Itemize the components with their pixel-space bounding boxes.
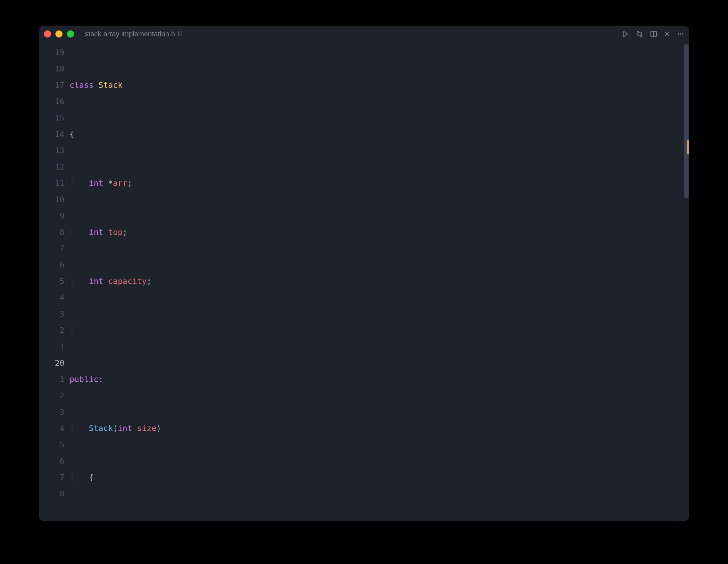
more-icon[interactable] (677, 30, 684, 37)
minimize-window-button[interactable] (55, 30, 62, 37)
code-line: class Stack (70, 77, 683, 93)
line-number: 7 (39, 240, 64, 257)
line-number-gutter: 19 18 17 16 15 14 13 12 11 10 9 8 7 6 5 … (39, 42, 70, 521)
line-number: 8 (39, 224, 64, 240)
svg-point-7 (678, 33, 679, 35)
line-number: 1 (39, 338, 64, 355)
code-line: │ (70, 322, 683, 338)
line-number: 19 (39, 44, 64, 61)
code-line: public: (70, 371, 683, 387)
line-number: 2 (39, 322, 64, 338)
code-line: { (70, 126, 683, 142)
line-number: 5 (39, 436, 64, 453)
code-line: │ int *arr; (70, 175, 683, 191)
tab-title[interactable]: stack array implementation.h U (85, 30, 183, 38)
svg-point-8 (680, 33, 681, 35)
code-line: │ int capacity; (70, 273, 683, 289)
line-number: 10 (39, 191, 64, 208)
code-line: │ { (70, 469, 683, 485)
line-number: 7 (39, 469, 64, 485)
line-number: 2 (39, 387, 64, 404)
svg-point-2 (641, 35, 642, 37)
line-number: 3 (39, 306, 64, 322)
line-number: 5 (39, 273, 64, 289)
run-icon[interactable] (622, 30, 629, 37)
code-line: │ Stack(int size) (70, 420, 683, 436)
code-content[interactable]: class Stack { │ int *arr; │ int top; │ i… (70, 42, 683, 521)
svg-point-9 (682, 33, 683, 35)
line-number: 13 (39, 142, 64, 159)
line-number: 14 (39, 126, 64, 142)
line-number: 1 (39, 371, 64, 387)
line-number: 16 (39, 93, 64, 110)
window-controls (44, 30, 74, 37)
zoom-window-button[interactable] (67, 30, 74, 37)
line-number: 3 (39, 404, 64, 420)
titlebar: stack array implementation.h U (39, 26, 689, 42)
compare-icon[interactable] (636, 30, 643, 37)
close-icon[interactable] (664, 31, 670, 37)
scrollbar[interactable] (683, 42, 689, 521)
line-number: 8 (39, 485, 64, 502)
line-number: 4 (39, 289, 64, 306)
editor-area[interactable]: 19 18 17 16 15 14 13 12 11 10 9 8 7 6 5 … (39, 42, 689, 521)
minimap-highlight (687, 140, 689, 154)
editor-window: stack array implementation.h U 19 18 (39, 26, 689, 521)
split-editor-icon[interactable] (650, 30, 657, 37)
tab-filename: stack array implementation.h (85, 30, 175, 38)
line-number: 6 (39, 257, 64, 273)
line-number: 18 (39, 61, 64, 77)
code-line: │ │ arr = new int[size]; (70, 518, 683, 521)
svg-marker-0 (624, 31, 628, 37)
editor-toolbar (622, 30, 684, 37)
line-number: 11 (39, 175, 64, 191)
line-number: 17 (39, 77, 64, 93)
code-line: │ int top; (70, 224, 683, 240)
tab-modified-indicator: U (178, 30, 183, 38)
line-number: 12 (39, 159, 64, 175)
close-window-button[interactable] (44, 30, 51, 37)
scrollbar-thumb[interactable] (684, 44, 689, 198)
line-number: 4 (39, 420, 64, 436)
line-number-current: 20 (39, 355, 64, 371)
svg-point-1 (637, 31, 639, 33)
line-number: 15 (39, 110, 64, 126)
line-number: 6 (39, 453, 64, 469)
line-number: 9 (39, 208, 64, 224)
